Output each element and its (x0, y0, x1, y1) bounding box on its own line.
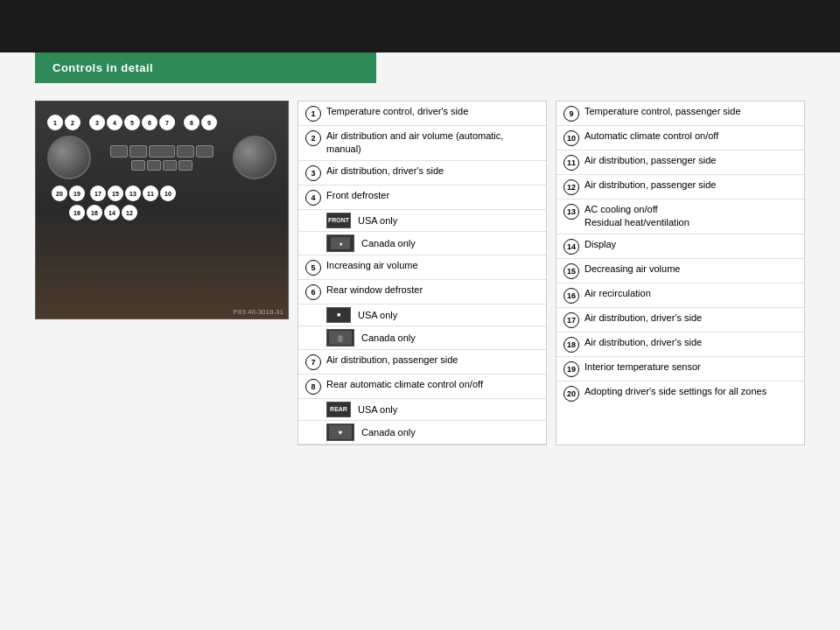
usa-only-label-2: USA only (358, 310, 397, 320)
canada-only-label-2: Canada only (361, 332, 416, 343)
svg-text:♥: ♥ (339, 429, 343, 437)
item-label: Decreasing air volume (584, 262, 797, 276)
list-item: 5 Increasing air volume (298, 256, 546, 280)
list-item: 14 Display (556, 234, 804, 259)
list-item: 16 Air recirculation (556, 284, 804, 308)
list-item: 18 Air distribution, driver's side (556, 332, 804, 357)
car-image-panel: 1 2 3 4 5 6 7 8 9 (35, 101, 289, 319)
item-number: 3 (305, 165, 321, 181)
left-table: 1 Temperature control, driver's side 2 A… (298, 101, 547, 445)
item-number: 17 (564, 312, 579, 328)
item-number: 19 (564, 361, 579, 377)
item-number: 5 (305, 260, 321, 276)
canada-only-label-3: Canada only (361, 427, 416, 438)
item-number: 10 (564, 130, 579, 146)
sub-item-usa: FRONT USA only (298, 210, 546, 232)
item-label: Rear automatic climate control on/off (326, 378, 539, 391)
item-label: Air distribution, driver's side (584, 312, 797, 325)
rear-defroster-canada-icon: ▒ (326, 329, 354, 346)
sub-item-rear-auto-canada: ♥ Canada only (298, 421, 546, 444)
sub-item-rear-canada: ▒ Canada only (298, 326, 546, 350)
item-label: Air distribution, passenger side (584, 178, 797, 192)
svg-text:▒: ▒ (339, 335, 343, 342)
item-number: 4 (305, 190, 321, 206)
rear-auto-canada-icon: ♥ (326, 424, 354, 441)
list-item: 15 Decreasing air volume (556, 259, 804, 284)
list-item: 6 Rear window defroster (298, 280, 546, 304)
rear-auto-usa-icon: REAR (326, 402, 351, 417)
list-item: 9 Temperature control, passenger side (556, 102, 804, 126)
svg-text:★: ★ (339, 242, 343, 247)
canada-icon-svg: ★ (331, 237, 350, 249)
item-label: Automatic climate control on/off (584, 130, 797, 143)
item-label: Air distribution, passenger side (584, 154, 797, 167)
item-number: 11 (564, 155, 579, 171)
item-label: Adopting driver's side settings for all … (584, 385, 797, 398)
item-label: Air distribution, passenger side (326, 354, 539, 367)
item-number: 7 (305, 354, 321, 370)
rear-canada-icon-svg: ▒ (329, 331, 352, 345)
item-label: Temperature control, passenger side (584, 105, 797, 118)
list-item: 7 Air distribution, passenger side (298, 350, 546, 374)
list-item: 17 Air distribution, driver's side (556, 308, 804, 332)
list-item: 12 Air distribution, passenger side (556, 175, 804, 200)
front-defroster-canada-icon: ★ (326, 234, 354, 252)
rear-defroster-usa-icon: ■ (326, 307, 351, 323)
item-number: 1 (305, 106, 321, 122)
car-image: 1 2 3 4 5 6 7 8 9 (36, 102, 288, 318)
list-item: 3 Air distribution, driver's side (298, 161, 546, 186)
sub-item-rear-usa: ■ USA only (298, 304, 546, 326)
sub-item-canada: ★ Canada only (298, 232, 546, 256)
item-label: Air distribution, driver's side (584, 336, 797, 349)
item-number: 16 (564, 288, 579, 304)
front-defroster-usa-icon: FRONT (326, 213, 351, 228)
item-label: Rear window defroster (326, 284, 539, 297)
item-label: Increasing air volume (326, 259, 539, 272)
item-number: 8 (305, 379, 321, 395)
list-item: 19 Interior temperature sensor (556, 357, 804, 382)
image-reference: P83 40-3018-31 (234, 308, 284, 316)
rear-auto-canada-svg: ♥ (329, 425, 352, 439)
item-number: 20 (564, 386, 579, 402)
item-label: Air recirculation (584, 287, 797, 300)
list-item: 2 Air distribution and air volume (autom… (298, 126, 546, 161)
item-number: 18 (564, 337, 579, 353)
item-label: Front defroster (326, 189, 539, 202)
item-number: 9 (564, 106, 579, 122)
header-title: Controls in detail (52, 61, 153, 74)
list-item: 20 Adopting driver's side settings for a… (556, 382, 804, 406)
item-label: Interior temperature sensor (584, 360, 797, 374)
list-item: 4 Front defroster (298, 186, 546, 210)
usa-only-label-3: USA only (358, 404, 397, 415)
item-label: Air distribution, driver's side (326, 164, 539, 178)
item-label: Air distribution and air volume (automat… (326, 130, 539, 157)
item-number: 13 (564, 204, 579, 220)
list-item: 1 Temperature control, driver's side (298, 102, 546, 126)
item-number: 6 (305, 284, 321, 300)
sub-item-rear-auto-usa: REAR USA only (298, 399, 546, 421)
list-item: 10 Automatic climate control on/off (556, 126, 804, 150)
item-number: 2 (305, 130, 321, 146)
usa-only-label: USA only (358, 215, 397, 226)
item-number: 15 (564, 263, 579, 279)
content-area: 1 2 3 4 5 6 7 8 9 (35, 101, 805, 445)
canada-only-label: Canada only (361, 238, 416, 248)
list-item: 11 Air distribution, passenger side (556, 150, 804, 175)
header-bar: Controls in detail (35, 52, 376, 83)
item-label: Temperature control, driver's side (326, 105, 539, 118)
item-label: Display (584, 238, 797, 251)
right-table: 9 Temperature control, passenger side 10… (556, 101, 805, 445)
list-item: 13 AC cooling on/offResidual heat/ventil… (556, 200, 804, 234)
item-label: AC cooling on/offResidual heat/ventilati… (584, 203, 797, 230)
item-number: 14 (564, 239, 579, 255)
list-item: 8 Rear automatic climate control on/off (298, 374, 546, 399)
item-number: 12 (564, 179, 579, 195)
